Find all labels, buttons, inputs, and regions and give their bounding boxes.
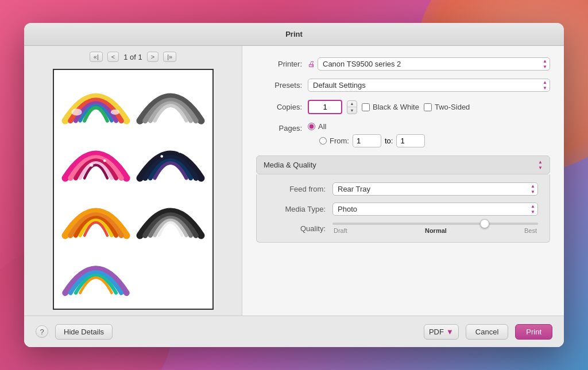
help-button[interactable]: ?: [36, 325, 48, 338]
presets-row: Presets: Default Settings ▲ ▼: [256, 79, 550, 92]
quality-draft-label: Draft: [334, 227, 347, 234]
copies-control-group: ▲ ▼ Black & White Two-Sided: [308, 100, 550, 114]
feed-from-select[interactable]: Rear Tray: [332, 182, 538, 196]
media-quality-section: Media & Quality ▲ ▼ Feed from: Rear Tray: [256, 155, 550, 243]
copies-input[interactable]: [308, 100, 342, 114]
nav-next-icon: >: [151, 53, 154, 60]
feed-from-row: Feed from: Rear Tray ▲ ▼: [268, 182, 538, 196]
nav-prev-button[interactable]: <: [107, 52, 119, 62]
media-quality-header[interactable]: Media & Quality ▲ ▼: [256, 155, 550, 174]
bottom-left: ? Hide Details: [36, 324, 113, 340]
preview-panel: «| < 1 of 1 > |»: [24, 46, 242, 316]
bottom-bar: ? Hide Details PDF ▼ Cancel Print: [24, 316, 564, 347]
svg-point-4: [160, 155, 163, 158]
copies-increment-button[interactable]: ▲: [347, 101, 357, 107]
pages-to-input[interactable]: [396, 134, 425, 147]
copies-decrement-button[interactable]: ▼: [347, 107, 357, 114]
rainbow-6: [136, 192, 206, 244]
black-white-label: Black & White: [373, 103, 419, 111]
pages-all-text: All: [318, 122, 326, 131]
help-icon: ?: [40, 328, 44, 336]
nav-first-button[interactable]: «|: [90, 52, 103, 62]
svg-point-0: [71, 108, 82, 115]
rainbow-1: [61, 77, 131, 130]
section-header-label: Media & Quality: [264, 161, 316, 169]
bottom-right: PDF ▼ Cancel Print: [424, 324, 552, 340]
pages-all-row: All: [308, 122, 425, 131]
rainbow-7: [61, 249, 131, 302]
quality-normal-label: Normal: [425, 227, 447, 234]
quality-slider[interactable]: [332, 223, 538, 225]
pages-from-radio[interactable]: [319, 137, 327, 145]
pages-all-radio[interactable]: [308, 123, 315, 130]
cancel-button[interactable]: Cancel: [466, 324, 508, 340]
preview-nav: «| < 1 of 1 > |»: [30, 52, 236, 62]
quality-label: Quality:: [268, 224, 326, 233]
black-white-checkbox-label[interactable]: Black & White: [362, 103, 419, 111]
rainbow-4: [136, 134, 206, 187]
pages-to-text: to:: [385, 137, 393, 145]
cancel-label: Cancel: [475, 328, 498, 336]
two-sided-label: Two-Sided: [435, 103, 470, 111]
copies-label: Copies:: [256, 103, 302, 111]
printer-row: Printer: 🖨 Canon TS9500 series 2 ▲ ▼: [256, 57, 550, 71]
pages-from-text: From:: [330, 137, 349, 145]
settings-panel: Printer: 🖨 Canon TS9500 series 2 ▲ ▼: [242, 46, 564, 316]
printer-icon: 🖨: [308, 60, 315, 68]
copies-stepper: ▲ ▼: [347, 100, 357, 114]
hide-details-label: Hide Details: [64, 328, 104, 336]
svg-point-1: [110, 110, 119, 115]
dialog-body: «| < 1 of 1 > |»: [24, 46, 564, 316]
quality-best-label: Best: [524, 227, 537, 234]
printer-label: Printer:: [256, 60, 302, 68]
pages-range-row: From: to:: [319, 134, 425, 147]
svg-point-3: [103, 159, 106, 162]
svg-point-6: [169, 146, 172, 149]
nav-last-icon: |»: [167, 53, 172, 60]
quality-row: Quality: Draft Normal Best: [268, 223, 538, 234]
pdf-button[interactable]: PDF ▼: [424, 324, 459, 340]
two-sided-checkbox[interactable]: [424, 103, 432, 111]
media-type-label: Media Type:: [268, 205, 326, 213]
page-indicator: 1 of 1: [123, 53, 142, 61]
dialog-title: Print: [285, 30, 303, 38]
nav-last-button[interactable]: |»: [163, 52, 176, 62]
print-label: Print: [526, 328, 541, 336]
nav-next-button[interactable]: >: [147, 52, 158, 62]
document-preview: [53, 69, 214, 310]
section-expander-icon: ▲ ▼: [538, 159, 543, 170]
svg-point-5: [178, 151, 180, 153]
title-bar: Print: [24, 23, 564, 46]
quality-labels: Draft Normal Best: [332, 227, 538, 234]
presets-select-wrapper: Default Settings ▲ ▼: [308, 79, 550, 92]
rainbow-5: [61, 192, 131, 244]
quality-container: Draft Normal Best: [332, 223, 538, 234]
nav-first-icon: «|: [94, 53, 99, 60]
two-sided-checkbox-label[interactable]: Two-Sided: [424, 103, 470, 111]
pages-all-label[interactable]: All: [308, 122, 326, 131]
hide-details-button[interactable]: Hide Details: [55, 324, 113, 340]
section-content: Feed from: Rear Tray ▲ ▼: [256, 174, 550, 243]
presets-select[interactable]: Default Settings: [308, 79, 550, 92]
pdf-label: PDF: [429, 328, 444, 336]
feed-from-label: Feed from:: [268, 185, 326, 193]
print-button[interactable]: Print: [515, 324, 552, 340]
copies-row: Copies: ▲ ▼ Black & White Two-Sided: [256, 100, 550, 114]
pages-row: Pages: All From: to:: [256, 122, 550, 147]
pages-from-input[interactable]: [353, 134, 381, 147]
media-type-select[interactable]: Photo: [332, 202, 538, 216]
printer-select-wrapper: 🖨 Canon TS9500 series 2 ▲ ▼: [308, 57, 550, 71]
pdf-chevron-icon: ▼: [446, 328, 454, 336]
pages-section: All From: to:: [308, 122, 425, 147]
pages-label: Pages:: [256, 124, 302, 133]
rainbow-3: [61, 134, 131, 187]
rainbow-2: [136, 77, 206, 130]
black-white-checkbox[interactable]: [362, 103, 370, 111]
media-type-select-wrapper: Photo ▲ ▼: [332, 202, 538, 216]
svg-point-2: [90, 163, 93, 167]
printer-select[interactable]: Canon TS9500 series 2: [318, 57, 550, 71]
printer-control-group: 🖨 Canon TS9500 series 2 ▲ ▼: [308, 57, 550, 71]
media-type-row: Media Type: Photo ▲ ▼: [268, 202, 538, 216]
rainbow-grid: [54, 70, 212, 309]
pages-from-label[interactable]: From:: [319, 137, 349, 145]
